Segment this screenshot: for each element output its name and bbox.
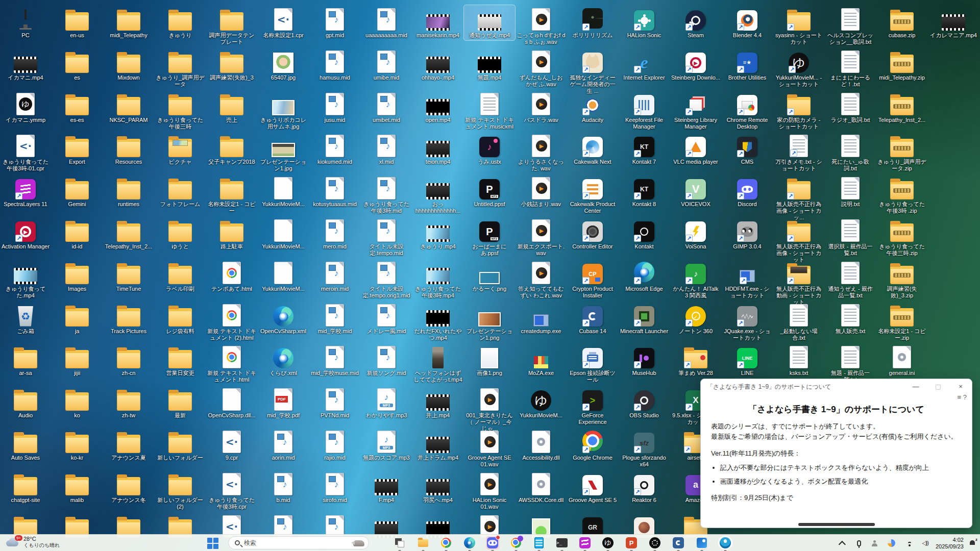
- desktop-icon-mid[interactable]: ♪ kotusytuaaus.mid: [309, 174, 360, 209]
- desktop-icon-fld[interactable]: きゅうり食ってた午後三時: [155, 90, 206, 132]
- desktop-icon-fld[interactable]: Images: [52, 259, 103, 294]
- desktop-icon-fld-app[interactable]: ↗ 筆まめ Ver.28: [670, 343, 721, 378]
- taskbar-icon-steinberg-sphere[interactable]: [719, 536, 732, 549]
- desktop-icon-blank-doc[interactable]: YukkuriMovieM...: [258, 216, 309, 252]
- desktop-icon-blank-doc[interactable]: YukkuriMovieM...: [258, 174, 309, 209]
- desktop-icon-fld[interactable]: 新しいフォルダー (2): [155, 470, 206, 512]
- dialog-menu-icons[interactable]: ≡ ?: [958, 393, 967, 401]
- desktop-icon-fld[interactable]: en-us: [52, 5, 103, 40]
- desktop-icon-cpr[interactable]: <· きゅうり食ってた午後3時-01.cpr: [0, 132, 51, 173]
- desktop-icon-fld-sc[interactable]: ↗ syasinn - ショートカット: [773, 5, 824, 47]
- dialog-title-bar[interactable]: 「さよなら手書き 1~9」のサポートについて — ▢ ×: [701, 379, 972, 394]
- search-highlight-rhino-icon[interactable]: [351, 538, 366, 547]
- desktop-icon-film-black[interactable]: open.mp4: [412, 90, 463, 125]
- desktop-icon-film-photo[interactable]: きゅうり食ってた午後3時.mp4: [412, 259, 463, 300]
- desktop-icon-gear[interactable]: Accessibility.dll: [516, 428, 567, 463]
- desktop-icon-sfz[interactable]: sfz↗ Plogue sforzando x64: [619, 428, 670, 469]
- desktop-icon-fld-sc[interactable]: ↗ 無人販売不正行為画像 - ショートカット: [773, 216, 824, 265]
- taskbar-icon-notes[interactable]: [532, 536, 546, 549]
- desktop-icon-norton[interactable]: ✓↗ ノートン 360: [670, 301, 721, 336]
- desktop-icon-fld[interactable]: Mixdown: [103, 47, 154, 83]
- desktop-icon-line[interactable]: LINE↗ LINE: [722, 343, 773, 378]
- desktop-icon-ctrl-ed[interactable]: ↗ Controller Editor: [567, 216, 618, 252]
- desktop-icon-txt[interactable]: 通知うぜえ - 親作品一覧.txt: [825, 259, 876, 300]
- desktop-icon-wav[interactable]: ▶ 答え知っててもむずい わこれ.wav: [516, 259, 567, 300]
- desktop-icon-vlc[interactable]: ↗ VLC media player: [670, 132, 721, 167]
- desktop-icon-film-dark[interactable]: 井上ドラム.mp4: [412, 428, 463, 463]
- desktop-icon-fld[interactable]: TimeTune: [103, 259, 154, 294]
- desktop-icon-fld[interactable]: Export: [52, 132, 103, 167]
- desktop-icon-crypton[interactable]: CP↗ Crypton Product Installer: [567, 259, 618, 300]
- desktop-icon-fld[interactable]: Track Pictures: [103, 301, 154, 336]
- desktop-icon-txt[interactable]: 新規 テキスト ドキュメント.musicxml: [464, 90, 515, 132]
- desktop-icon-pdf[interactable]: PDF mid_学校.pdf: [258, 385, 309, 420]
- desktop-icon-mid[interactable]: ♪ uaaaaaaaaa.mid: [361, 5, 412, 40]
- desktop-icon-fld-zip[interactable]: きゅうり_調声用データ.zip: [876, 132, 927, 173]
- desktop-icon-keepforest[interactable]: ↗ Keepforest File Manager: [619, 90, 670, 132]
- taskbar-icon-terminal[interactable]: >_: [555, 536, 569, 549]
- desktop-icon-txt-sc[interactable]: ↗ 万引きメモ.txt - ショートカット: [773, 132, 824, 173]
- volume-icon[interactable]: ◁)): [922, 540, 928, 546]
- desktop-icon-txt[interactable]: _起動しない場合.txt: [773, 301, 824, 343]
- desktop-icon-film-vert[interactable]: ヘッドフォンはずしててよがっt.mp4: [412, 343, 463, 385]
- taskbar-icon-chrome[interactable]: [439, 536, 453, 549]
- desktop-icon-mid[interactable]: ♪ mid_学校muse.mid: [309, 343, 360, 378]
- desktop-icon-minecraft[interactable]: ↗ Minecraft Launcher: [619, 301, 670, 336]
- desktop-icon-fld-zip[interactable]: midi_Telepathy.zip: [876, 47, 927, 83]
- desktop-icon-pixel-exe[interactable]: MoZA.exe: [516, 343, 567, 378]
- desktop-icon-chrome-page[interactable]: 新規 テキスト ドキュメント (2).html: [206, 301, 257, 343]
- microphone-icon[interactable]: [857, 540, 861, 546]
- desktop-icon-yu-app[interactable]: ゆ YukkuriMovieM...: [516, 385, 567, 420]
- desktop-icon-fld[interactable]: ゆうと: [155, 216, 206, 252]
- desktop-icon-fld[interactable]: midi_Telepathy: [103, 5, 154, 40]
- desktop-icon-hddfmt[interactable]: ↗ HDDFMT.exe - ショートカット: [722, 259, 773, 300]
- desktop-icon-crd[interactable]: ↗ Chrome Remote Desktop: [722, 90, 773, 132]
- maximize-button[interactable]: ▢: [927, 379, 949, 394]
- desktop-icon-fld[interactable]: runtimes: [103, 174, 154, 209]
- desktop-icon-fld[interactable]: jijii: [52, 343, 103, 378]
- desktop-icon-yu-doc[interactable]: ゆ イカマニ.ymmp: [0, 90, 51, 125]
- desktop-icon-fld[interactable]: ar-sa: [0, 343, 51, 378]
- desktop-icon-fld[interactable]: Gemini: [52, 174, 103, 209]
- desktop-icon-wav[interactable]: ▶ よりうるさくなった. wav: [516, 132, 567, 173]
- desktop-icon-wav[interactable]: ▶ こってゅh dすおf d s b ふぉ.wav: [516, 5, 567, 47]
- desktop-icon-film-purple[interactable]: manisekarin.mp4: [412, 5, 463, 40]
- taskbar-icon-file-explorer[interactable]: [416, 536, 430, 549]
- desktop-icon-jquake[interactable]: ↗ JQuake.exe - ショートカット: [722, 301, 773, 343]
- desktop-icon-fld[interactable]: 路上駐車: [206, 216, 257, 252]
- desktop-icon-fld[interactable]: Telepathy_Inst_2...: [103, 216, 154, 252]
- taskbar-icon-edge[interactable]: [463, 536, 476, 549]
- desktop-icon-ppsf[interactable]: PNT2 おーばーまにあ.ppsf: [464, 216, 515, 258]
- desktop-icon-ustx[interactable]: ♪ うみ.ustx: [464, 132, 515, 167]
- desktop-icon-fld[interactable]: malib: [52, 470, 103, 505]
- weather-widget[interactable]: 9+ 28°C くもりのち晴れ: [5, 536, 60, 548]
- desktop-icon-yu-sc[interactable]: ゆ↗ YukkuriMovieM... - ショートカット: [773, 47, 824, 89]
- desktop-icon-halion[interactable]: ↗ HALion Sonic: [619, 5, 670, 40]
- accessibility-person-icon[interactable]: [871, 540, 877, 546]
- taskbar-icon-cubase[interactable]: [672, 536, 685, 549]
- desktop-icon-gimp[interactable]: ↗ GIMP 3.0.4: [722, 216, 773, 252]
- clock[interactable]: 4:02 2025/09/23: [936, 537, 964, 550]
- minimize-button[interactable]: —: [904, 379, 927, 394]
- desktop-icon-epson[interactable]: ↗ Epson 接続診断ツール: [567, 343, 618, 385]
- desktop-icon-mid[interactable]: ♪ jusu.mid: [309, 90, 360, 125]
- hidden-icons-chevron-icon[interactable]: [839, 541, 846, 548]
- desktop-icon-film-dark[interactable]: 井上.mp4: [412, 385, 463, 420]
- desktop-icon-film-photo[interactable]: きゅうり食ってた.mp4: [0, 259, 51, 300]
- desktop-icon-film-dark[interactable]: イカレマニア.mp4: [928, 5, 979, 40]
- desktop-icon-fld[interactable]: 父子キャンプ2018: [206, 132, 257, 167]
- desktop-icon-txt[interactable]: 無人販売.txt: [825, 301, 876, 336]
- desktop-icon-steam[interactable]: ↗ Steam: [670, 5, 721, 40]
- desktop-icon-mid[interactable]: ♪ タイトル未設定.tempo.orig1.mid: [361, 259, 412, 300]
- wifi-icon[interactable]: [905, 540, 914, 546]
- desktop-icon-fld[interactable]: zh-tw: [103, 385, 154, 420]
- desktop-icon-fld[interactable]: きゅうり: [155, 5, 206, 40]
- taskbar-icon-task-view[interactable]: [393, 536, 406, 549]
- desktop-icon-film-dark[interactable]: イカマニ.mp4: [0, 47, 51, 83]
- desktop-icon-fld-zip[interactable]: cubase.zip: [876, 5, 927, 40]
- desktop-icon-film-black[interactable]: 無題.mp4: [464, 47, 515, 83]
- desktop-icon-film-photo[interactable]: きゅうり.mp4: [412, 216, 463, 252]
- desktop-icon-img-white[interactable]: 画像1.png: [464, 343, 515, 378]
- desktop-icon-fld-zip[interactable]: Telepathy_Inst_2...: [876, 90, 927, 125]
- desktop-icon-ie[interactable]: e↗ Internet Explorer: [619, 47, 670, 83]
